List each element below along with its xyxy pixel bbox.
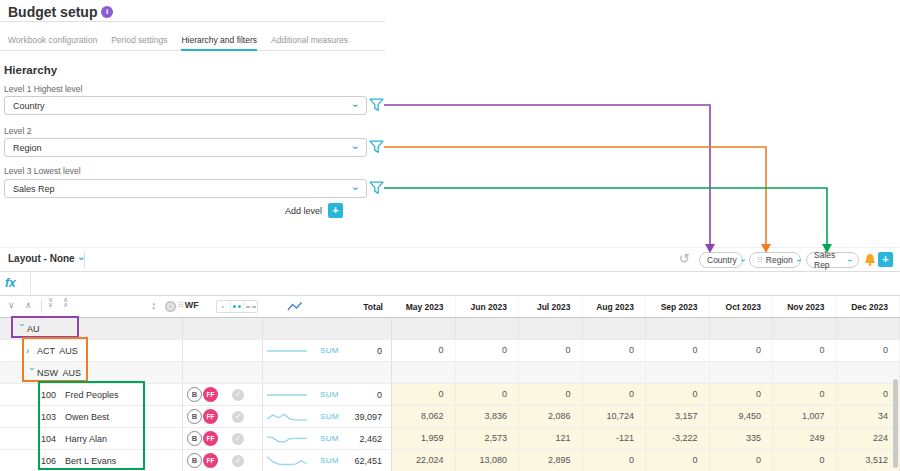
month-value-cell[interactable]: 0 — [583, 450, 647, 471]
month-value-cell[interactable]: 0 — [456, 384, 520, 405]
drag-handle-icon[interactable]: ⠿ — [757, 256, 762, 265]
month-value-cell[interactable]: 34 — [837, 406, 900, 427]
filter-icon-level3[interactable] — [369, 181, 384, 195]
month-value-cell[interactable] — [837, 318, 900, 339]
add-column-button[interactable]: + — [878, 252, 893, 267]
aggregation-label[interactable]: SUM — [320, 346, 339, 355]
month-value-cell[interactable]: 0 — [773, 450, 837, 471]
month-value-cell[interactable] — [519, 362, 583, 383]
pill-region[interactable]: ⠿ Region › — [749, 252, 801, 268]
aggregation-label[interactable]: SUM — [320, 412, 339, 421]
column-header[interactable]: Nov 2023 — [773, 296, 837, 318]
collapse-all-icon[interactable]: ∨∨ — [48, 298, 53, 307]
month-value-cell[interactable] — [519, 318, 583, 339]
month-value-cell[interactable] — [646, 318, 710, 339]
tab-additional-measures[interactable]: Additional measures — [271, 35, 348, 50]
month-value-cell[interactable]: 3,836 — [456, 406, 520, 427]
forecast-badge[interactable]: FF — [203, 453, 218, 468]
history-icon[interactable]: ↺ — [679, 251, 690, 266]
row-height-icon[interactable]: ↕ — [151, 299, 157, 311]
column-header[interactable]: Jun 2023 — [456, 296, 520, 318]
month-value-cell[interactable]: 0 — [583, 384, 647, 405]
row-label-cell[interactable]: 106Bert L Evans — [0, 450, 183, 471]
density-option-small[interactable] — [217, 301, 231, 312]
month-value-cell[interactable]: 0 — [583, 340, 647, 361]
collapse-row-icon[interactable]: ∨ — [8, 300, 15, 310]
forecast-badge[interactable]: FF — [203, 431, 218, 446]
month-value-cell[interactable]: 1,007 — [773, 406, 837, 427]
month-value-cell[interactable]: 0 — [646, 340, 710, 361]
month-value-cell[interactable] — [392, 362, 456, 383]
month-value-cell[interactable] — [583, 318, 647, 339]
fx-icon[interactable]: fx — [5, 276, 16, 290]
budget-badge[interactable]: B — [187, 409, 202, 424]
bell-icon[interactable] — [863, 252, 877, 267]
check-icon[interactable]: ✓ — [232, 389, 244, 401]
month-value-cell[interactable] — [773, 318, 837, 339]
layout-dropdown[interactable]: Layout - None › — [8, 253, 83, 264]
info-icon[interactable]: i — [101, 6, 113, 18]
column-header[interactable]: Dec 2023 — [837, 296, 900, 318]
month-value-cell[interactable]: 1,959 — [392, 428, 456, 449]
row-label-cell[interactable]: 103Owen Best — [0, 406, 183, 427]
row-label-cell[interactable]: ›NSW AUS — [0, 362, 183, 383]
check-icon[interactable]: ✓ — [232, 411, 244, 423]
month-value-cell[interactable]: 0 — [837, 384, 900, 405]
month-value-cell[interactable]: 335 — [710, 428, 774, 449]
column-header[interactable]: Oct 2023 — [710, 296, 774, 318]
pill-sales-rep[interactable]: Sales Rep › — [806, 252, 859, 268]
column-header[interactable]: Aug 2023 — [583, 296, 647, 318]
filter-icon-level1[interactable] — [369, 98, 384, 112]
forecast-badge[interactable]: FF — [203, 409, 218, 424]
row-label-cell[interactable]: ›AU — [0, 318, 183, 339]
month-value-cell[interactable]: 249 — [773, 428, 837, 449]
month-value-cell[interactable]: 22,024 — [392, 450, 456, 471]
month-value-cell[interactable] — [392, 318, 456, 339]
month-value-cell[interactable]: 0 — [710, 340, 774, 361]
month-value-cell[interactable] — [583, 362, 647, 383]
month-value-cell[interactable]: 0 — [710, 450, 774, 471]
pill-country[interactable]: Country › — [699, 252, 743, 268]
column-header[interactable]: Sep 2023 — [646, 296, 710, 318]
month-value-cell[interactable]: 121 — [519, 428, 583, 449]
month-value-cell[interactable] — [710, 362, 774, 383]
column-header[interactable]: Jul 2023 — [519, 296, 583, 318]
month-value-cell[interactable]: 0 — [519, 384, 583, 405]
month-value-cell[interactable] — [710, 318, 774, 339]
month-value-cell[interactable] — [456, 318, 520, 339]
filter-icon-level2[interactable] — [369, 140, 384, 154]
aggregation-label[interactable]: SUM — [320, 434, 339, 443]
expand-row-icon[interactable]: ∧ — [25, 300, 32, 310]
month-value-cell[interactable]: 2,895 — [519, 450, 583, 471]
month-value-cell[interactable]: 13,080 — [456, 450, 520, 471]
budget-badge[interactable]: B — [187, 387, 202, 402]
lock-icon[interactable] — [165, 301, 176, 312]
density-option-medium[interactable] — [231, 301, 245, 312]
collapse-chevron-icon[interactable]: › — [27, 367, 37, 378]
forecast-badge[interactable]: FF — [203, 387, 218, 402]
month-value-cell[interactable]: -3,222 — [646, 428, 710, 449]
tab-workbook-configuration[interactable]: Workbook configuration — [8, 35, 97, 50]
row-label-cell[interactable]: ›ACT AUS — [0, 340, 183, 361]
budget-badge[interactable]: B — [187, 453, 202, 468]
month-value-cell[interactable]: 0 — [773, 384, 837, 405]
month-value-cell[interactable]: 0 — [392, 340, 456, 361]
aggregation-label[interactable]: SUM — [320, 456, 339, 465]
check-icon[interactable]: ✓ — [232, 455, 244, 467]
check-icon[interactable]: ✓ — [232, 433, 244, 445]
month-value-cell[interactable]: 8,062 — [392, 406, 456, 427]
month-value-cell[interactable]: 0 — [456, 340, 520, 361]
month-value-cell[interactable]: 0 — [837, 340, 900, 361]
wf-column-header[interactable]: ⠿ WF — [178, 300, 199, 310]
vertical-scrollbar[interactable] — [893, 379, 898, 468]
month-value-cell[interactable]: 2,573 — [456, 428, 520, 449]
level3-dropdown[interactable]: Sales Rep › — [4, 179, 367, 198]
density-option-large[interactable] — [244, 301, 257, 312]
row-label-cell[interactable]: 100Fred Peoples — [0, 384, 183, 405]
column-header[interactable]: May 2023 — [392, 296, 456, 318]
month-value-cell[interactable]: 3,157 — [646, 406, 710, 427]
month-value-cell[interactable]: 0 — [646, 384, 710, 405]
month-value-cell[interactable]: 0 — [773, 340, 837, 361]
month-value-cell[interactable] — [837, 362, 900, 383]
expand-chevron-icon[interactable]: › — [26, 346, 37, 356]
